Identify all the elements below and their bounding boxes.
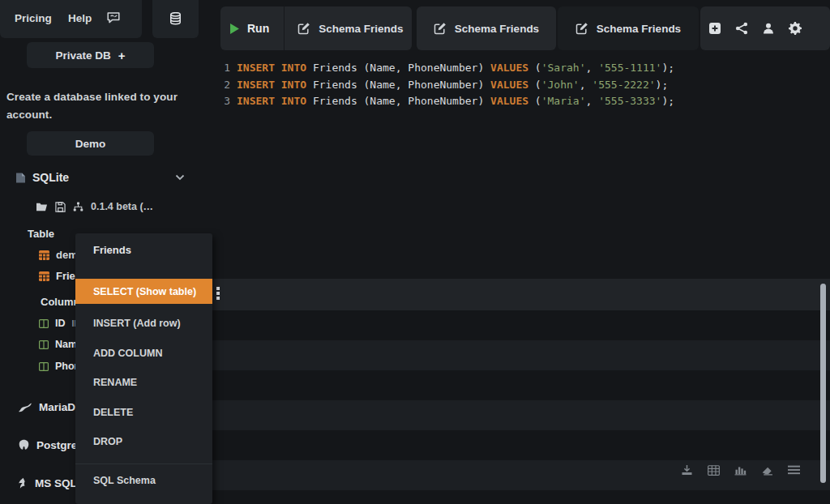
help-link[interactable]: Help [68,12,92,24]
open-file-icon[interactable] [36,202,48,212]
results-menu-handle-icon[interactable] [216,287,220,300]
tab-schema-friends-3-active[interactable]: Schema Friends [558,6,699,50]
pricing-link[interactable]: Pricing [15,12,52,24]
postgresql-icon [18,439,30,451]
app-window: Pricing Help Private DB + Create a datab… [0,0,830,504]
private-db-label: Private DB [55,49,110,62]
menu-hamburger-icon[interactable] [787,463,801,476]
menu-item-add-column[interactable]: ADD COLUMN [75,344,212,362]
column-icon [39,340,49,349]
feedback-chat-icon[interactable] [106,11,121,24]
sidebar-item-postgres[interactable]: PostgreS [18,439,84,451]
sql-editor[interactable]: 1INSERT INTO Friends (Name, PhoneNumber)… [212,60,830,275]
sqlite-version-row: 0.1.4 beta (… [36,201,153,212]
sidebar-item-column-id[interactable]: ID IN [39,318,80,329]
column-section-header: Column [41,296,79,308]
column-icon [39,362,49,371]
results-row [212,430,830,460]
settings-gear-icon[interactable] [789,22,802,35]
menu-item-insert[interactable]: INSERT (Add row) [75,314,212,332]
table-view-icon[interactable] [707,463,721,476]
menu-item-sql-schema[interactable]: SQL Schema [75,472,212,489]
results-row [212,340,830,370]
edit-schema-icon [575,22,588,35]
share-icon[interactable] [735,22,748,35]
results-row [212,370,830,400]
sqlite-logo-icon [15,172,26,184]
toolbar-run-group: Run Schema Friends [220,6,412,50]
table-context-menu: Friends SELECT (Show table) INSERT (Add … [75,233,212,504]
table-section-header: Table [28,228,54,240]
edit-schema-icon [434,22,447,35]
results-row [212,400,830,430]
export-download-icon[interactable] [680,463,694,476]
sqlite-label: SQLite [32,171,69,184]
database-icon [169,12,182,26]
version-label: 0.1.4 beta (… [91,201,153,212]
save-icon[interactable] [55,202,66,212]
tab-schema-friends-1[interactable]: Schema Friends [284,6,412,50]
code-line: 2INSERT INTO Friends (Name, PhoneNumber)… [212,77,830,94]
sidebar-item-mssql[interactable]: MS SQL [18,477,77,489]
table-icon [39,250,49,260]
play-icon [230,23,239,34]
results-row [212,310,830,340]
column-icon [39,319,49,328]
mssql-label: MS SQL [35,477,77,489]
sidebar-item-column-phone[interactable]: Phor [39,361,78,372]
top-left-bar: Pricing Help [0,0,142,38]
database-panel-button[interactable] [152,0,199,38]
table-icon [39,271,49,281]
new-tab-icon[interactable] [708,22,721,35]
private-db-description: Create a database linked to your account… [6,88,203,124]
context-menu-title: Friends [93,244,131,256]
results-row [212,490,830,504]
results-scrollbar[interactable] [820,284,826,483]
mssql-icon [18,477,28,489]
run-button[interactable]: Run [220,6,284,50]
code-line: 1INSERT INTO Friends (Name, PhoneNumber)… [212,60,830,77]
menu-item-select[interactable]: SELECT (Show table) [75,279,212,304]
tab-schema-friends-2[interactable]: Schema Friends [417,6,556,50]
mariadb-icon [18,403,32,412]
private-db-button[interactable]: Private DB + [27,42,154,68]
schema-tree-icon[interactable] [73,202,83,212]
eraser-clear-icon[interactable] [760,463,774,476]
tab-label: Schema Friends [455,23,539,35]
chart-view-icon[interactable] [734,463,747,476]
code-line: 3INSERT INTO Friends (Name, PhoneNumber)… [212,93,830,110]
results-header-bar [212,279,830,310]
edit-schema-icon [297,22,310,35]
menu-item-drop[interactable]: DROP [75,433,212,451]
sidebar-item-sqlite[interactable]: SQLite [15,171,69,184]
column-name-label: Nam [55,339,77,350]
tab-label: Schema Friends [597,23,681,35]
add-private-db-icon[interactable]: + [118,49,126,62]
chevron-down-icon[interactable] [175,174,185,181]
column-id-label: ID [55,318,66,329]
user-icon[interactable] [762,22,775,35]
menu-item-delete[interactable]: DELETE [75,404,212,421]
run-label: Run [247,22,269,35]
tab-label: Schema Friends [319,23,403,35]
sidebar-item-mariadb[interactable]: MariaDB [18,401,83,413]
toolbar-actions [700,6,830,50]
results-toolbar [680,463,801,476]
menu-item-rename[interactable]: RENAME [75,374,212,391]
demo-button[interactable]: Demo [27,131,154,156]
sidebar-item-column-name[interactable]: Nam [39,339,77,350]
menu-divider [75,463,212,464]
